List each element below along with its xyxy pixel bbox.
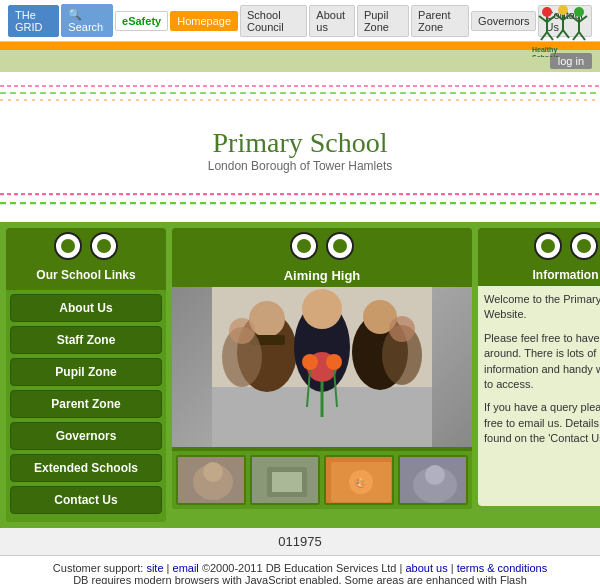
counter-value: 011975 <box>278 534 321 549</box>
school-subtitle: London Borough of Tower Hamlets <box>0 159 600 173</box>
info-para-1: Welcome to the Primary School Website. <box>484 292 600 323</box>
school-title-section: Primary School London Borough of Tower H… <box>0 117 600 181</box>
thumbnail-4[interactable] <box>398 455 468 505</box>
nav-parent-zone[interactable]: Parent Zone <box>411 5 469 37</box>
svg-line-16 <box>573 32 579 40</box>
svg-line-4 <box>541 32 547 40</box>
nav-pupil-zone[interactable]: Pupil Zone <box>357 5 409 37</box>
svg-line-14 <box>571 16 579 22</box>
svg-text:Healthy: Healthy <box>532 46 557 54</box>
right-eye-2 <box>570 232 598 260</box>
link-governors[interactable]: Governors <box>10 422 162 450</box>
link-staff-zone[interactable]: Staff Zone <box>10 326 162 354</box>
mid-eye-1 <box>290 232 318 260</box>
footer-about-link[interactable]: about us <box>405 562 447 574</box>
left-column: Our School Links About Us Staff Zone Pup… <box>6 228 166 522</box>
school-name: Primary School <box>0 127 600 159</box>
mid-col-eyes <box>172 228 472 264</box>
mid-eye-2 <box>326 232 354 260</box>
left-eye-2 <box>90 232 118 260</box>
footer-site-link[interactable]: site <box>146 562 163 574</box>
top-navigation: THe GRID 🔍 Search eSafety Homepage Schoo… <box>0 0 600 42</box>
svg-point-31 <box>302 289 342 329</box>
link-about-us[interactable]: About Us <box>10 294 162 322</box>
main-content: Our School Links About Us Staff Zone Pup… <box>0 222 600 528</box>
nav-search[interactable]: 🔍 Search <box>61 4 113 37</box>
link-extended-schools[interactable]: Extended Schools <box>10 454 162 482</box>
deco-bar <box>0 72 600 117</box>
footer-support-label: Customer support: <box>53 562 143 574</box>
left-col-eyes <box>6 228 166 264</box>
thumbnail-row: 🎨 <box>172 451 472 509</box>
info-para-3: If you have a query please feel free to … <box>484 400 600 446</box>
svg-line-15 <box>579 16 587 22</box>
svg-point-34 <box>326 354 342 370</box>
thumbnail-1[interactable] <box>176 455 246 505</box>
info-para-2: Please feel free to have a look around. … <box>484 331 600 393</box>
nav-esafety[interactable]: eSafety <box>115 11 168 31</box>
middle-column: Aiming High <box>172 228 472 522</box>
footer-email-link[interactable]: email <box>173 562 199 574</box>
right-eye-1 <box>534 232 562 260</box>
nav-the-grid[interactable]: THe GRID <box>8 5 59 37</box>
page-counter: 011975 <box>0 528 600 555</box>
link-contact-us[interactable]: Contact Us <box>10 486 162 514</box>
svg-line-17 <box>579 32 585 40</box>
footer: Customer support: site | email ©2000-201… <box>0 555 600 584</box>
svg-rect-49 <box>272 472 302 492</box>
right-col-header: Information <box>478 264 600 286</box>
svg-point-12 <box>574 7 584 17</box>
healthy-schools-logo: Healthy Schools <box>527 2 592 57</box>
svg-line-11 <box>563 30 569 38</box>
svg-point-56 <box>425 465 445 485</box>
svg-point-0 <box>542 7 552 17</box>
svg-point-33 <box>302 354 318 370</box>
nav-about-us[interactable]: About us <box>309 5 355 37</box>
main-photo <box>172 287 472 447</box>
svg-point-38 <box>229 318 255 344</box>
svg-point-6 <box>558 5 568 15</box>
info-content: Welcome to the Primary School Website. P… <box>478 286 600 506</box>
footer-line2: DB requires modern browsers with JavaScr… <box>73 574 527 584</box>
thumbnail-3[interactable]: 🎨 <box>324 455 394 505</box>
svg-line-2 <box>539 16 547 22</box>
svg-line-8 <box>555 14 563 20</box>
orange-strip <box>0 42 600 50</box>
thumbnail-2[interactable] <box>250 455 320 505</box>
svg-point-40 <box>389 316 415 342</box>
footer-copyright: ©2000-2011 DB Education Services Ltd | <box>202 562 403 574</box>
link-parent-zone[interactable]: Parent Zone <box>10 390 162 418</box>
right-column: Information Welcome to the Primary Schoo… <box>478 228 600 522</box>
left-eye-1 <box>54 232 82 260</box>
svg-text:Schools: Schools <box>532 54 559 57</box>
svg-point-46 <box>203 462 223 482</box>
svg-line-5 <box>547 32 553 40</box>
left-col-header: Our School Links <box>6 264 166 286</box>
svg-line-10 <box>557 30 563 38</box>
login-bar: log in <box>0 50 600 72</box>
svg-line-9 <box>563 14 571 20</box>
deco-bottom <box>0 181 600 222</box>
link-pupil-zone[interactable]: Pupil Zone <box>10 358 162 386</box>
mid-col-header: Aiming High <box>172 264 472 287</box>
footer-terms-link[interactable]: terms & conditions <box>457 562 547 574</box>
nav-homepage[interactable]: Homepage <box>170 11 238 31</box>
right-col-eyes <box>478 228 600 264</box>
nav-school-council[interactable]: School Council <box>240 5 307 37</box>
svg-line-3 <box>547 16 555 22</box>
svg-text:🎨: 🎨 <box>354 476 367 489</box>
nav-left: THe GRID 🔍 Search eSafety Homepage Schoo… <box>8 4 592 37</box>
